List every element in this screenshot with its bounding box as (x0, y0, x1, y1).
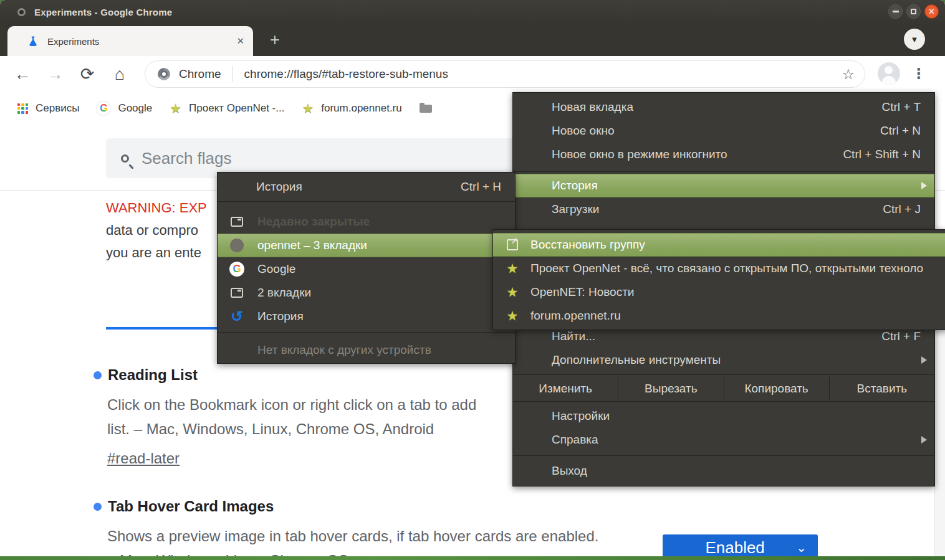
flag-description: – Mac, Windows, Linux, Chrome OS (107, 548, 598, 556)
submenu-item-restore-group[interactable]: Восстановить группу (493, 233, 945, 257)
menu-item-copy[interactable]: Копировать (724, 377, 829, 401)
tab-title: Experiments (47, 36, 99, 47)
google-favicon: G (97, 102, 110, 115)
tab-window-icon (231, 217, 243, 227)
flag-permalink[interactable]: #read-later (107, 450, 180, 467)
menu-kebab-icon[interactable]: ⋮ (908, 62, 930, 85)
flag-title: Tab Hover Card Images (108, 498, 274, 515)
bookmark-opennet-project[interactable]: ★ Проект OpenNet -... (170, 101, 284, 116)
bookmark-services[interactable]: Сервисы (17, 102, 79, 115)
tab-list-button[interactable]: ▼ (904, 29, 925, 50)
menu-separator (513, 401, 934, 402)
menu-item-edit[interactable]: Изменить (513, 377, 618, 401)
window-icon (17, 8, 26, 16)
menu-shortcut: Ctrl + N (861, 124, 921, 138)
minimize-icon (893, 11, 899, 12)
menu-shortcut: Ctrl + T (863, 100, 921, 114)
bookmark-label: Сервисы (36, 102, 79, 115)
menu-label: Новое окно (552, 124, 615, 138)
menu-item-history[interactable]: История (513, 174, 934, 197)
warning-line: WARNING: EXP (106, 197, 207, 219)
menu-item-exit[interactable]: Выход (513, 459, 934, 483)
bookmark-label: Google (118, 102, 152, 115)
flag-description: Click on the Bookmark icon or right clic… (107, 392, 476, 417)
menu-label: opennet – 3 вкладки (257, 239, 367, 252)
history-submenu: История Ctrl + H Недавно закрытые openne… (217, 172, 516, 364)
flag-value-select[interactable]: Enabled ⌄ (663, 534, 818, 556)
submenu-item-history-page[interactable]: ↺ История (218, 305, 515, 328)
menu-separator (513, 171, 934, 172)
menu-label: forum.opennet.ru (530, 309, 621, 323)
submenu-item-opennet-group[interactable]: opennet – 3 вкладки (218, 234, 515, 257)
menu-label: 2 вкладки (257, 286, 311, 300)
menu-item-new-tab[interactable]: Новая вкладка Ctrl + T (513, 95, 934, 119)
profile-avatar[interactable] (878, 62, 900, 85)
menu-label: Настройки (552, 409, 610, 423)
menu-item-settings[interactable]: Настройки (513, 404, 934, 428)
omnibox-divider (233, 66, 233, 82)
star-favicon: ★ (507, 285, 519, 300)
submenu-item-two-tabs[interactable]: 2 вкладки (218, 281, 515, 305)
submenu-item-history[interactable]: История Ctrl + H (218, 175, 515, 199)
menu-label: История (552, 179, 598, 192)
tab-window-icon (231, 288, 243, 298)
bookmark-google[interactable]: G Google (97, 102, 152, 115)
omnibox[interactable]: Chrome chrome://flags/#tab-restore-sub-m… (145, 60, 865, 88)
bookmark-folder-icon[interactable] (420, 105, 432, 113)
maximize-button[interactable] (906, 4, 921, 19)
forward-button[interactable]: → (41, 57, 69, 91)
star-favicon: ★ (507, 261, 519, 276)
star-favicon: ★ (170, 101, 181, 116)
menu-shortcut: Ctrl + H (442, 180, 501, 194)
menu-item-help[interactable]: Справка (513, 428, 934, 452)
submenu-item-google[interactable]: G Google (218, 257, 515, 281)
titlebar[interactable]: Experiments - Google Chrome ✕ (0, 0, 945, 24)
flag-reading-list: Reading List Click on the Bookmark icon … (94, 366, 476, 467)
browser-window: Experiments - Google Chrome ✕ Experiment… (0, 0, 945, 556)
submenu-item-opennet-site[interactable]: ★ Проект OpenNet - всё, что связано с от… (493, 257, 945, 280)
flask-icon (27, 36, 39, 47)
submenu-item-forum-opennet[interactable]: ★ forum.opennet.ru (493, 304, 945, 328)
menu-item-new-window[interactable]: Новое окно Ctrl + N (513, 119, 934, 143)
tab-experiments[interactable]: Experiments ✕ (7, 26, 253, 56)
warning-text: WARNING: EXP data or compro you are an e… (106, 197, 207, 264)
menu-item-paste[interactable]: Вставить (829, 377, 934, 401)
recently-closed-header: Недавно закрытые (218, 210, 515, 234)
chevron-down-icon: ⌄ (796, 540, 818, 555)
bookmark-forum-opennet[interactable]: ★ forum.opennet.ru (302, 101, 401, 116)
menu-separator (513, 455, 934, 456)
submenu-arrow-icon (921, 356, 927, 364)
new-tab-button[interactable]: + (264, 30, 285, 51)
tab-close-icon[interactable]: ✕ (236, 36, 244, 47)
menu-shortcut: Ctrl + J (864, 202, 921, 216)
menu-item-downloads[interactable]: Загрузки Ctrl + J (513, 197, 934, 221)
menu-item-cut[interactable]: Вырезать (618, 377, 723, 401)
no-tabs-other-devices: Нет вкладок с других устройств (218, 338, 515, 362)
flag-title: Reading List (108, 366, 198, 384)
back-button[interactable]: ← (9, 57, 36, 91)
tab-strip: Experiments ✕ + ▼ (0, 24, 945, 56)
flag-description: Shows a preview image in tab hover cards… (107, 524, 598, 548)
reload-button[interactable]: ⟳ (74, 57, 101, 91)
menu-label: Загрузки (552, 202, 599, 216)
toolbar: ← → ⟳ ⌂ Chrome chrome://flags/#tab-resto… (0, 56, 945, 92)
menu-label: Новое окно в режиме инкогнито (552, 148, 727, 161)
url-text[interactable]: chrome://flags/#tab-restore-sub-menus (244, 67, 448, 81)
bookmark-label: Проект OpenNet -... (189, 102, 284, 115)
menu-label: Найти... (552, 330, 595, 343)
bookmark-star-icon[interactable]: ☆ (842, 66, 855, 83)
minimize-button[interactable] (888, 4, 903, 19)
flag-description: list. – Mac, Windows, Linux, Chrome OS, … (107, 417, 476, 441)
bookmark-label: forum.opennet.ru (321, 102, 401, 115)
close-button[interactable]: ✕ (924, 4, 939, 19)
menu-label: История (256, 180, 302, 194)
menu-label: Нет вкладок с других устройств (257, 343, 431, 357)
warning-line: you are an ente (106, 242, 207, 264)
edit-row: Изменить Вырезать Копировать Вставить (513, 377, 934, 401)
flag-bullet (94, 371, 102, 379)
submenu-item-opennet-news[interactable]: ★ OpenNET: Новости (493, 280, 945, 304)
menu-item-incognito[interactable]: Новое окно в режиме инкогнито Ctrl + Shi… (513, 143, 934, 166)
home-button[interactable]: ⌂ (106, 57, 133, 91)
menu-item-more-tools[interactable]: Дополнительные инструменты (513, 348, 934, 372)
origin-chip: Chrome (179, 67, 221, 81)
